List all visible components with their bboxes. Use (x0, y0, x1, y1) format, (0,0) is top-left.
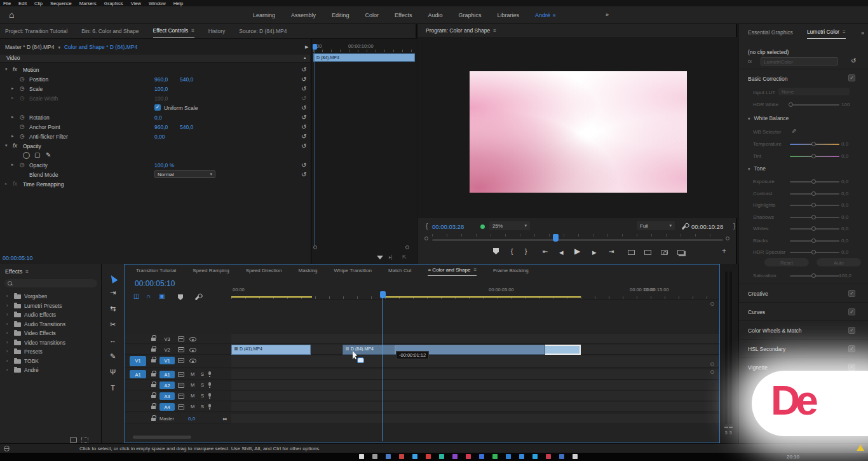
chevron-right-icon[interactable]: ▸ (5, 181, 8, 186)
mute-button[interactable]: M (191, 371, 194, 377)
solo-button[interactable]: S (201, 393, 204, 399)
slider-value[interactable]: 0,0 (841, 249, 848, 255)
stopwatch-icon[interactable]: ◷ (20, 123, 25, 130)
scrollbar-handle[interactable] (405, 245, 409, 249)
go-to-out-button[interactable]: ⇥ (609, 248, 614, 255)
slider-value[interactable]: 0,0 (841, 238, 848, 244)
section-color-wheels-match[interactable]: Color Wheels & Match✓ (739, 320, 868, 339)
tool-slip[interactable]: ↔ (102, 334, 124, 349)
menu-item-window[interactable]: Window (149, 1, 166, 6)
panel-tab-effect-controls[interactable]: Effect Controls≡ (153, 25, 194, 38)
zoom-level-dropdown[interactable]: 25%▾ (489, 221, 530, 230)
filter-icon[interactable] (377, 256, 383, 259)
mute-button[interactable]: M (191, 382, 194, 388)
panel-menu-icon[interactable]: ≡ (843, 29, 846, 35)
property-value[interactable]: 100,0 % (154, 162, 174, 169)
section-checkbox[interactable]: ✓ (848, 327, 855, 334)
workspace-overflow-chevron[interactable]: » (606, 11, 608, 18)
playback-resolution-dropdown[interactable]: Full▾ (637, 221, 675, 230)
taskbar-app-icon[interactable] (559, 454, 564, 459)
menu-item-markers[interactable]: Markers (79, 1, 97, 6)
export-icon[interactable]: ⇱ (402, 254, 407, 260)
mark-out-button[interactable]: } (525, 248, 527, 255)
slider-track[interactable] (790, 205, 839, 206)
reset-parameter-icon[interactable]: ↺ (301, 133, 306, 140)
rect-mask-icon[interactable]: ▢ (34, 151, 40, 158)
mute-button[interactable]: M (191, 404, 194, 409)
track-sync-icon[interactable] (178, 372, 184, 377)
reset-button[interactable]: Reset (764, 258, 809, 266)
taskbar-app-icon[interactable] (399, 454, 404, 459)
play-button[interactable]: ▶ (574, 247, 580, 256)
reset-parameter-icon[interactable]: ↺ (301, 162, 306, 169)
timeline-clip[interactable]: D (41).MP4 (231, 345, 311, 355)
voiceover-mic-icon[interactable] (208, 382, 211, 386)
chevron-down-icon[interactable]: ▾ (58, 45, 60, 50)
effects-folder-lumetri-presets[interactable]: ›Lumetri Presets (0, 301, 102, 311)
chevron-right-icon[interactable]: › (6, 340, 8, 345)
menu-item-graphics[interactable]: Graphics (104, 1, 123, 6)
section-checkbox[interactable]: ✓ (848, 290, 855, 297)
chevron-down-icon[interactable]: ▾ (210, 172, 212, 177)
stopwatch-icon[interactable]: ◷ (20, 76, 25, 82)
taskbar-app-icon[interactable] (532, 454, 538, 459)
section-white-balance[interactable]: ▾White Balance (748, 115, 789, 121)
effects-folder-audio-transitions[interactable]: ›Audio Transitions (0, 320, 102, 329)
linked-selection-icon[interactable]: ▣ (159, 292, 165, 299)
effects-folder-vorgaben[interactable]: ›Vorgaben (0, 292, 102, 301)
effects-folder-video-effects[interactable]: ›Video Effects (0, 329, 102, 338)
slider-track[interactable] (790, 181, 839, 182)
effects-panel-tab[interactable]: Effects≡ (5, 268, 29, 275)
solo-button[interactable]: S (201, 382, 204, 388)
property-value[interactable]: 540,0 (180, 124, 193, 130)
workspace-tab-learning[interactable]: Learning (253, 12, 275, 18)
voiceover-mic-icon[interactable] (208, 393, 211, 397)
play-around-icon[interactable]: ▶ (305, 45, 308, 50)
comparison-view-button[interactable] (677, 250, 684, 255)
solo-button[interactable]: S (201, 404, 204, 409)
chevron-right-icon[interactable]: › (6, 294, 8, 298)
toggle-track-output-icon[interactable] (189, 348, 196, 352)
chevron-down-icon[interactable]: ▾ (5, 67, 8, 72)
reset-parameter-icon[interactable]: ↺ (301, 104, 306, 111)
taskbar-app-icon[interactable] (519, 454, 524, 459)
slider-track[interactable] (790, 217, 839, 218)
lock-icon[interactable] (151, 418, 156, 421)
reset-effect-icon[interactable]: ↺ (851, 57, 856, 64)
property-value[interactable]: 100,0 (154, 95, 168, 102)
menu-item-view[interactable]: View (131, 1, 141, 6)
track-name-a4[interactable]: A4 (159, 403, 175, 411)
settings-wrench-icon[interactable] (682, 224, 688, 230)
slider-handle[interactable] (811, 179, 816, 184)
chevron-right-icon[interactable]: › (6, 359, 8, 363)
step-back-button[interactable]: ◀ (559, 249, 564, 256)
reset-parameter-icon[interactable]: ↺ (301, 85, 306, 92)
slider-handle[interactable] (811, 226, 816, 231)
sequence-tab-whipe-transition[interactable]: Whipe Transition (334, 266, 372, 276)
sequence-tab-masking[interactable]: Masking (299, 266, 318, 276)
temperature-value[interactable]: 0,0 (841, 141, 848, 147)
section-basic-correction[interactable]: Basic Correction (748, 76, 787, 82)
track-name-v2[interactable]: V2 (159, 346, 175, 354)
saturation-slider[interactable] (790, 275, 839, 277)
tint-slider[interactable] (790, 156, 839, 157)
track-name-v1[interactable]: V1 (159, 357, 175, 364)
slider-value[interactable]: 0,0 (841, 179, 848, 184)
sequence-tab-frame-blocking[interactable]: Frame Blocking (493, 266, 529, 276)
video-section-header[interactable]: Video (0, 55, 310, 63)
chevron-right-icon[interactable]: › (6, 331, 8, 335)
effects-folder-presets[interactable]: ›Presets (0, 347, 102, 357)
menu-item-file[interactable]: File (3, 1, 11, 6)
lift-button[interactable] (628, 250, 635, 255)
section-checkbox[interactable]: ✓ (848, 345, 855, 352)
tool-ripple-edit[interactable]: ⇆ (102, 302, 124, 317)
slider-handle[interactable] (811, 215, 816, 219)
panel-overflow-chevron[interactable]: » (861, 30, 864, 36)
hdr-white-value[interactable]: 100 (841, 102, 850, 107)
saturation-value[interactable]: 100,0 (839, 273, 851, 279)
fx-badge-icon[interactable]: fx (13, 142, 17, 149)
mark-in-button[interactable]: { (511, 248, 513, 255)
track-name-a2[interactable]: A2 (159, 382, 175, 389)
taskbar-app-icon[interactable] (573, 454, 578, 459)
source-patch-v1[interactable]: V1 (130, 356, 146, 366)
